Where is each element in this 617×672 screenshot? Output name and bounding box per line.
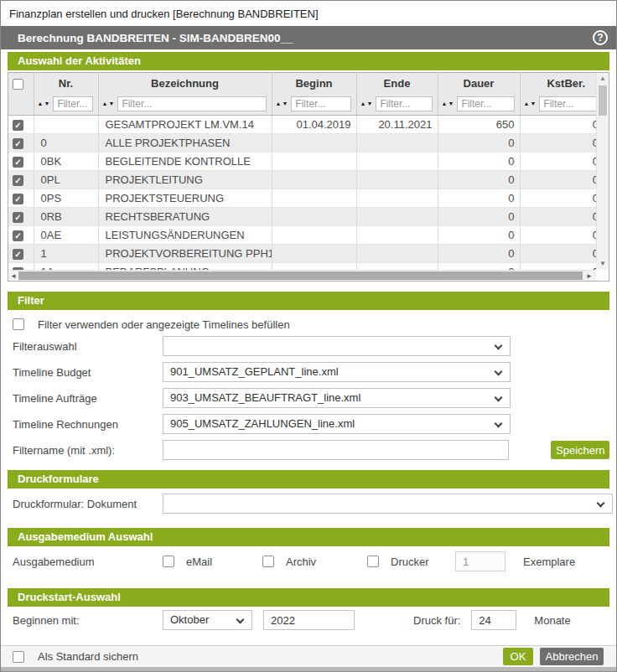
als-standard-checkbox[interactable] [13, 651, 24, 663]
filter-input-nr[interactable] [53, 96, 92, 111]
row-checkbox[interactable]: ✓ [13, 212, 23, 223]
filter-cell-nr: ▲▼ [34, 93, 98, 115]
timeline-rechnungen-select[interactable]: 905_UMSATZ_ZAHLUNGEN_line.xml [163, 414, 511, 434]
sort-desc-icon[interactable]: ▼ [44, 101, 49, 106]
select-all-checkbox[interactable] [13, 79, 23, 90]
timeline-budget-select-row: Timeline Budget901_UMSATZ_GEPLANT_line.x… [8, 362, 609, 382]
cell-kstber: 0 [520, 152, 596, 170]
als-standard-label: Als Standard sichern [38, 650, 138, 663]
row-checkbox[interactable]: ✓ [13, 175, 23, 186]
filterauswahl-select[interactable] [163, 336, 511, 356]
cell-beginn [272, 152, 356, 170]
timeline-auftraege-select-label: Timeline Aufträge [13, 392, 163, 405]
window-titlebar: Finanzplan erstellen und drucken [Berech… [1, 1, 616, 26]
beginnen-mit-label: Beginnen mit: [13, 614, 163, 627]
abbrechen-button[interactable]: Abbrechen [540, 648, 604, 665]
exemplare-input [455, 551, 506, 571]
activities-table-viewport: Nr.BezeichnungBeginnEndeDauerKstBer. ▲▼▲… [8, 73, 596, 281]
row-checkbox[interactable]: ✓ [13, 249, 23, 260]
filter-input-bezeichnung[interactable] [117, 96, 266, 111]
sort-asc-icon[interactable]: ▲ [524, 101, 530, 106]
section-druckformulare-header: Druckformulare [8, 470, 609, 488]
timeline-auftraege-select[interactable]: 903_UMSATZ_BEAUFTRAGT_line.xml [163, 388, 511, 408]
sort-icons[interactable]: ▲▼ [102, 101, 115, 106]
sort-icons[interactable]: ▲▼ [276, 101, 288, 106]
filtername-input[interactable] [163, 440, 509, 460]
horizontal-scrollbar-thumb[interactable] [18, 271, 583, 280]
horizontal-scrollbar[interactable]: ◄ ► [8, 270, 596, 281]
table-row: ✓0RBRECHTSBERATUNG00 [8, 207, 596, 225]
scroll-left-icon[interactable]: ◄ [8, 271, 18, 282]
sort-asc-icon[interactable]: ▲ [38, 101, 44, 106]
chevron-down-icon [597, 499, 605, 508]
cell-dauer: 0 [438, 207, 520, 225]
help-icon[interactable]: ? [593, 30, 608, 45]
row-checkbox[interactable]: ✓ [13, 157, 23, 168]
sort-icons[interactable]: ▲▼ [360, 101, 373, 106]
section-filter-title: Filter [18, 294, 44, 307]
finanzplan-dialog: Finanzplan erstellen und drucken [Berech… [0, 0, 617, 672]
scroll-right-icon[interactable]: ► [584, 271, 594, 282]
archiv-checkbox[interactable] [262, 556, 274, 567]
ok-button[interactable]: OK [503, 648, 533, 665]
table-row: ✓0AELEISTUNGSÄNDERUNGEN00 [8, 225, 596, 244]
dialog-footer: Als Standard sichern OK Abbrechen [1, 645, 616, 667]
sort-asc-icon[interactable]: ▲ [102, 101, 108, 106]
cell-dauer: 0 [438, 225, 520, 244]
sort-desc-icon[interactable]: ▼ [448, 101, 454, 106]
row-checkbox[interactable]: ✓ [13, 194, 23, 204]
window-bottom-edge [1, 667, 616, 671]
months-input[interactable] [471, 610, 516, 630]
email-checkbox-label: eMail [186, 556, 212, 568]
ausgabemedium-options: eMailArchivDrucker [163, 551, 453, 571]
sort-asc-icon[interactable]: ▲ [360, 101, 366, 106]
column-header-nr: Nr. [34, 73, 98, 93]
timeline-budget-select[interactable]: 901_UMSATZ_GEPLANT_line.xml [163, 362, 511, 382]
scroll-down-icon[interactable]: ▼ [597, 258, 609, 270]
filter-input-kstber[interactable] [539, 96, 596, 111]
section-ausgabemedium-header: Ausgabemedium Auswahl [8, 528, 609, 546]
month-select[interactable]: Oktober [163, 610, 252, 630]
cell-kstber: 0 [520, 244, 596, 262]
archiv-checkbox-label: Archiv [286, 556, 316, 568]
sort-asc-icon[interactable]: ▲ [442, 101, 448, 106]
year-input[interactable] [263, 610, 355, 630]
archiv-checkbox-group: Archiv [262, 556, 367, 568]
cell-bezeichnung: PROJEKTSTEUERUNG [98, 189, 272, 207]
cell-nr: 1 [34, 244, 98, 262]
column-header-kstber: KstBer. [520, 73, 596, 93]
row-checkbox[interactable]: ✓ [13, 230, 23, 241]
email-checkbox[interactable] [163, 556, 174, 567]
filter-input-beginn[interactable] [291, 96, 350, 111]
row-checkbox[interactable]: ✓ [13, 138, 23, 149]
cell-dauer: 0 [438, 189, 520, 207]
cell-kstber: 0 [520, 225, 596, 244]
timeline-rechnungen-select-label: Timeline Rechnungen [13, 418, 163, 431]
vertical-scrollbar[interactable]: ▲ ▼ [596, 73, 609, 270]
speichern-button[interactable]: Speichern [551, 441, 609, 459]
drucker-checkbox[interactable] [367, 556, 379, 567]
druckformular-select[interactable] [163, 494, 613, 514]
sort-desc-icon[interactable]: ▼ [108, 101, 114, 106]
chevron-down-icon [495, 342, 503, 350]
filter-input-dauer[interactable] [457, 96, 514, 111]
sort-desc-icon[interactable]: ▼ [366, 101, 372, 106]
sort-icons[interactable]: ▲▼ [442, 101, 454, 106]
scroll-up-icon[interactable]: ▲ [597, 73, 609, 85]
row-checkbox[interactable]: ✓ [13, 120, 23, 131]
sort-asc-icon[interactable]: ▲ [276, 101, 282, 106]
sort-icons[interactable]: ▲▼ [524, 101, 537, 106]
cell-nr: 0PL [34, 170, 98, 189]
section-ausgabemedium-title: Ausgabemedium Auswahl [18, 530, 153, 543]
druck-fuer-label: Druck für: [413, 614, 460, 627]
filter-input-ende[interactable] [376, 96, 432, 111]
column-header-bezeichnung: Bezeichnung [98, 73, 272, 93]
timeline-auftraege-select-row: Timeline Aufträge903_UMSATZ_BEAUFTRAGT_l… [8, 388, 609, 408]
vertical-scrollbar-thumb[interactable] [599, 85, 607, 116]
use-filter-checkbox[interactable] [13, 318, 24, 330]
sort-desc-icon[interactable]: ▼ [530, 101, 536, 106]
sort-icons[interactable]: ▲▼ [38, 101, 50, 106]
use-filter-label: Filter verwenden oder angezeigte Timelin… [38, 318, 290, 331]
sort-desc-icon[interactable]: ▼ [282, 101, 288, 106]
cell-beginn [272, 244, 356, 262]
